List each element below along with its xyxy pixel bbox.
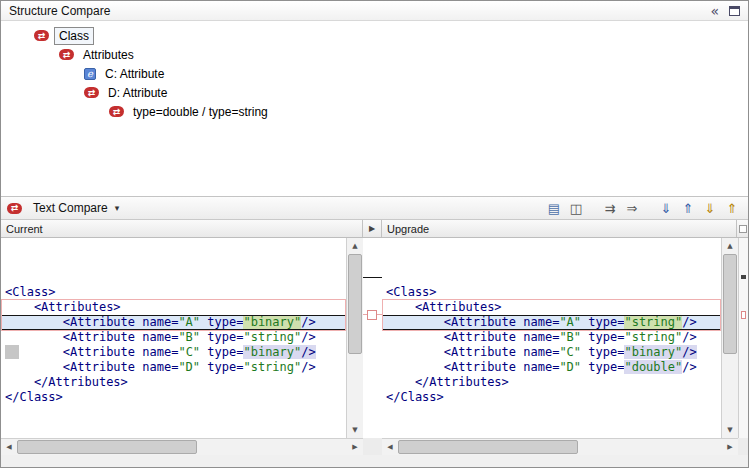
tree-item-class[interactable]: ⇄Class bbox=[1, 26, 748, 45]
merge-handle[interactable] bbox=[367, 310, 377, 320]
code-segment: type= bbox=[581, 360, 624, 374]
code-line[interactable]: <Attribute name="A" type="binary"/> bbox=[1, 315, 346, 330]
code-segment: type= bbox=[581, 330, 624, 344]
right-hscroll-thumb[interactable] bbox=[398, 440, 578, 454]
scroll-right-icon[interactable]: ▶ bbox=[347, 439, 363, 455]
code-segment: </Class> bbox=[5, 390, 63, 404]
tree-item-d-attribute[interactable]: ⇄D: Attribute bbox=[1, 83, 748, 102]
scroll-down-icon[interactable]: ▼ bbox=[347, 422, 363, 438]
code-line[interactable]: <Attribute name="D" type="string"/> bbox=[1, 360, 346, 375]
right-horizontal-scrollbar[interactable]: ◀ ▶ bbox=[382, 438, 738, 455]
left-vscroll-thumb[interactable] bbox=[348, 254, 362, 354]
tree-item-type-double-type-string[interactable]: ⇄type=double / type=string bbox=[1, 102, 748, 121]
code-line[interactable]: <Attribute name="A" type="string"/> bbox=[382, 315, 721, 330]
code-line[interactable]: <Attributes> bbox=[1, 300, 346, 315]
code-segment: "B" bbox=[178, 330, 200, 344]
code-segment: </Attributes> bbox=[386, 375, 509, 389]
previous-difference-icon[interactable]: ⇑ bbox=[678, 199, 698, 217]
code-line[interactable]: <Attribute name="C" type="binary"/> bbox=[382, 345, 721, 360]
code-segment: "string" bbox=[243, 330, 301, 344]
left-pane-code[interactable]: <Class> <Attributes> <Attribute name="A"… bbox=[1, 238, 346, 438]
code-segment: type= bbox=[200, 360, 243, 374]
scroll-up-icon[interactable]: ▲ bbox=[347, 238, 363, 254]
pane-headers: Current ▶ Upgrade bbox=[1, 220, 748, 238]
code-line[interactable]: <Attribute name="D" type="double"/> bbox=[382, 360, 721, 375]
restore-view-icon[interactable] bbox=[729, 6, 740, 16]
left-vertical-scrollbar[interactable]: ▲ ▼ bbox=[346, 238, 363, 438]
code-segment: </Class> bbox=[386, 390, 444, 404]
tree-item-label: type=double / type=string bbox=[129, 104, 272, 120]
text-compare-header: ⇄ Text Compare ▾ ▤◫⇉⇒⇓⇑⇓⇑ bbox=[1, 196, 748, 220]
code-segment: type= bbox=[581, 315, 624, 329]
chevron-down-icon[interactable]: ▾ bbox=[115, 203, 120, 213]
code-segment: "string" bbox=[624, 330, 682, 344]
code-segment: <Attribute name= bbox=[5, 360, 178, 374]
code-line[interactable]: </Class> bbox=[382, 390, 721, 405]
code-segment: <Attribute name= bbox=[5, 315, 178, 329]
code-segment: "binary" bbox=[243, 345, 301, 359]
code-segment: </Attributes> bbox=[5, 375, 128, 389]
code-segment: <Attribute name= bbox=[386, 315, 559, 329]
conflict-icon: ⇄ bbox=[7, 203, 22, 214]
code-line[interactable]: <Class> bbox=[382, 285, 721, 300]
tree-item-c-attribute[interactable]: eC: Attribute bbox=[1, 64, 748, 83]
previous-change-icon[interactable]: ⇑ bbox=[722, 199, 742, 217]
code-segment: <Attribute name= bbox=[386, 330, 559, 344]
code-segment: "B" bbox=[559, 330, 581, 344]
code-segment: type= bbox=[200, 330, 243, 344]
code-segment: <Attribute name= bbox=[386, 345, 559, 359]
code-line[interactable]: <Attribute name="C" type="binary"/> bbox=[1, 345, 346, 360]
code-segment: /> bbox=[682, 315, 696, 329]
overview-ruler[interactable] bbox=[738, 238, 748, 438]
left-horizontal-scrollbar[interactable]: ◀ ▶ bbox=[1, 438, 363, 455]
left-pane-header: Current bbox=[1, 220, 363, 237]
code-line[interactable]: <Attributes> bbox=[382, 300, 721, 315]
overview-ruler-header bbox=[737, 220, 748, 237]
code-segment: <Class> bbox=[386, 285, 437, 299]
code-line[interactable]: <Attribute name="B" type="string"/> bbox=[382, 330, 721, 345]
scroll-right-icon[interactable]: ▶ bbox=[722, 439, 738, 455]
scroll-down-icon[interactable]: ▼ bbox=[722, 422, 738, 438]
scroll-left-icon[interactable]: ◀ bbox=[1, 439, 17, 455]
structure-tree[interactable]: ⇄Class⇄AttributeseC: Attribute⇄D: Attrib… bbox=[1, 21, 748, 196]
right-vertical-scrollbar[interactable]: ▲ ▼ bbox=[721, 238, 738, 438]
code-segment: "D" bbox=[178, 360, 200, 374]
left-hscroll-thumb[interactable] bbox=[17, 440, 197, 454]
code-line[interactable]: </Class> bbox=[1, 390, 346, 405]
copy-all-from-left-to-right-icon[interactable]: ⇉ bbox=[600, 199, 620, 217]
merge-direction-icon[interactable]: ▶ bbox=[369, 224, 375, 233]
next-difference-icon[interactable]: ⇓ bbox=[656, 199, 676, 217]
scroll-left-icon[interactable]: ◀ bbox=[382, 439, 398, 455]
code-segment: /> bbox=[301, 360, 315, 374]
overview-ruler-button[interactable] bbox=[739, 225, 747, 233]
minimize-view-icon[interactable]: « bbox=[710, 4, 719, 18]
code-line[interactable]: </Attributes> bbox=[1, 375, 346, 390]
code-line[interactable]: <Attribute name="B" type="string"/> bbox=[1, 330, 346, 345]
code-segment: "A" bbox=[178, 315, 200, 329]
code-segment: /> bbox=[682, 330, 696, 344]
center-header-cell: ▶ bbox=[363, 220, 382, 237]
structure-compare-title: Structure Compare bbox=[9, 4, 110, 18]
tree-item-attributes[interactable]: ⇄Attributes bbox=[1, 45, 748, 64]
code-line[interactable]: </Attributes> bbox=[382, 375, 721, 390]
copy-current-change-icon[interactable]: ⇒ bbox=[622, 199, 642, 217]
swap-left-and-right-icon[interactable]: ◫ bbox=[566, 199, 586, 217]
right-pane-code[interactable]: <Class> <Attributes> <Attribute name="A"… bbox=[382, 238, 721, 438]
tree-item-label: Attributes bbox=[79, 47, 138, 63]
text-compare-toolbar: ▤◫⇉⇒⇓⇑⇓⇑ bbox=[544, 199, 742, 217]
conflict-icon: ⇄ bbox=[109, 106, 124, 117]
conflict-icon: ⇄ bbox=[34, 30, 49, 41]
code-segment: "double" bbox=[624, 360, 682, 374]
overview-mark-selected-diff[interactable] bbox=[741, 275, 746, 279]
code-line[interactable]: <Class> bbox=[1, 285, 346, 300]
show-ancestor-pane-icon[interactable]: ▤ bbox=[544, 199, 564, 217]
overview-mark-change-diff[interactable] bbox=[741, 311, 746, 319]
element-icon: e bbox=[84, 68, 96, 80]
code-segment: "string" bbox=[624, 315, 682, 329]
code-segment: "binary" bbox=[243, 315, 301, 329]
next-change-icon[interactable]: ⇓ bbox=[700, 199, 720, 217]
right-vscroll-thumb[interactable] bbox=[723, 254, 737, 354]
structure-compare-header: Structure Compare « bbox=[1, 1, 748, 21]
code-segment: "string" bbox=[243, 360, 301, 374]
scroll-up-icon[interactable]: ▲ bbox=[722, 238, 738, 254]
